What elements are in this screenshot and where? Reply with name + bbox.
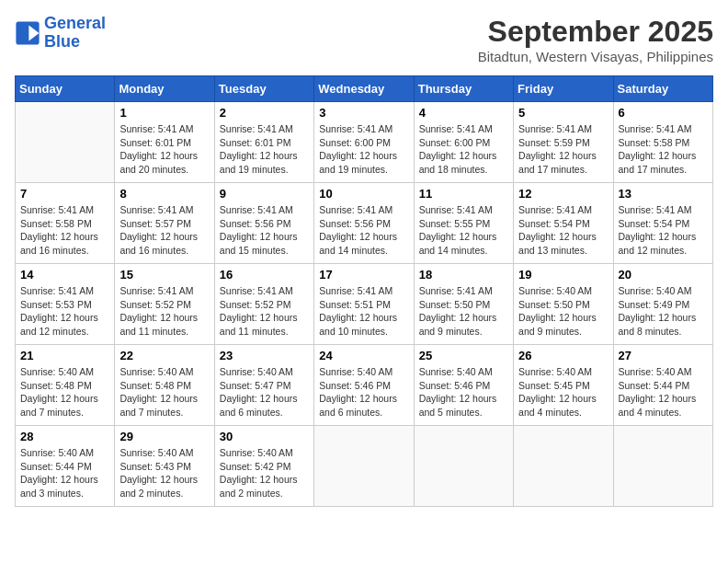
calendar-cell: 30Sunrise: 5:40 AM Sunset: 5:42 PM Dayli…: [214, 426, 313, 507]
day-number: 23: [220, 349, 309, 362]
weekday-header-wednesday: Wednesday: [314, 76, 414, 102]
day-number: 30: [220, 430, 309, 443]
calendar-week-2: 7Sunrise: 5:41 AM Sunset: 5:58 PM Daylig…: [16, 183, 713, 264]
day-info: Sunrise: 5:40 AM Sunset: 5:46 PM Dayligh…: [319, 365, 408, 419]
day-number: 5: [518, 106, 608, 120]
day-number: 22: [119, 349, 209, 362]
day-number: 26: [518, 349, 608, 362]
calendar-cell: 29Sunrise: 5:40 AM Sunset: 5:43 PM Dayli…: [115, 426, 214, 507]
day-number: 29: [119, 430, 209, 443]
day-number: 4: [419, 106, 508, 120]
calendar-cell: 24Sunrise: 5:40 AM Sunset: 5:46 PM Dayli…: [314, 345, 414, 426]
day-info: Sunrise: 5:40 AM Sunset: 5:44 PM Dayligh…: [20, 446, 109, 500]
weekday-header-sunday: Sunday: [16, 76, 115, 102]
day-info: Sunrise: 5:41 AM Sunset: 6:00 PM Dayligh…: [319, 122, 408, 177]
calendar-cell: 19Sunrise: 5:40 AM Sunset: 5:50 PM Dayli…: [514, 264, 613, 345]
day-number: 25: [419, 349, 508, 362]
day-info: Sunrise: 5:41 AM Sunset: 5:50 PM Dayligh…: [419, 284, 508, 339]
day-info: Sunrise: 5:40 AM Sunset: 5:43 PM Dayligh…: [119, 446, 209, 500]
day-info: Sunrise: 5:41 AM Sunset: 5:59 PM Dayligh…: [518, 122, 608, 177]
calendar-cell: 21Sunrise: 5:40 AM Sunset: 5:48 PM Dayli…: [16, 345, 115, 426]
calendar-cell: 2Sunrise: 5:41 AM Sunset: 6:01 PM Daylig…: [214, 102, 313, 183]
logo-icon: [15, 20, 40, 46]
day-number: 3: [319, 106, 408, 120]
weekday-header-row: SundayMondayTuesdayWednesdayThursdayFrid…: [16, 76, 713, 102]
day-info: Sunrise: 5:41 AM Sunset: 5:57 PM Dayligh…: [119, 203, 209, 258]
calendar-cell: 6Sunrise: 5:41 AM Sunset: 5:58 PM Daylig…: [613, 102, 712, 183]
day-info: Sunrise: 5:40 AM Sunset: 5:45 PM Dayligh…: [518, 365, 608, 419]
day-info: Sunrise: 5:40 AM Sunset: 5:48 PM Dayligh…: [119, 365, 209, 419]
calendar-cell: 27Sunrise: 5:40 AM Sunset: 5:44 PM Dayli…: [613, 345, 712, 426]
day-info: Sunrise: 5:40 AM Sunset: 5:44 PM Dayligh…: [619, 365, 708, 419]
day-number: 20: [619, 268, 708, 282]
day-number: 6: [619, 106, 708, 120]
calendar-week-4: 21Sunrise: 5:40 AM Sunset: 5:48 PM Dayli…: [16, 345, 713, 426]
weekday-header-monday: Monday: [115, 76, 214, 102]
month-title: September 2025: [478, 15, 713, 49]
calendar-cell: 14Sunrise: 5:41 AM Sunset: 5:53 PM Dayli…: [16, 264, 115, 345]
calendar-cell: 22Sunrise: 5:40 AM Sunset: 5:48 PM Dayli…: [115, 345, 214, 426]
day-number: 2: [220, 106, 309, 120]
weekday-header-tuesday: Tuesday: [214, 76, 313, 102]
day-number: 17: [319, 268, 408, 282]
day-info: Sunrise: 5:41 AM Sunset: 5:55 PM Dayligh…: [419, 203, 508, 258]
calendar-cell: 15Sunrise: 5:41 AM Sunset: 5:52 PM Dayli…: [115, 264, 214, 345]
day-info: Sunrise: 5:41 AM Sunset: 5:56 PM Dayligh…: [319, 203, 408, 258]
calendar-cell: 20Sunrise: 5:40 AM Sunset: 5:49 PM Dayli…: [613, 264, 712, 345]
calendar-cell: 25Sunrise: 5:40 AM Sunset: 5:46 PM Dayli…: [414, 345, 513, 426]
calendar-cell: 16Sunrise: 5:41 AM Sunset: 5:52 PM Dayli…: [214, 264, 313, 345]
calendar-cell: 10Sunrise: 5:41 AM Sunset: 5:56 PM Dayli…: [314, 183, 414, 264]
day-number: 10: [319, 187, 408, 201]
day-info: Sunrise: 5:40 AM Sunset: 5:46 PM Dayligh…: [419, 365, 508, 419]
day-info: Sunrise: 5:41 AM Sunset: 6:00 PM Dayligh…: [419, 122, 508, 177]
calendar-cell: [16, 102, 115, 183]
calendar-cell: 4Sunrise: 5:41 AM Sunset: 6:00 PM Daylig…: [414, 102, 513, 183]
calendar-week-1: 1Sunrise: 5:41 AM Sunset: 6:01 PM Daylig…: [16, 102, 713, 183]
day-info: Sunrise: 5:41 AM Sunset: 5:54 PM Dayligh…: [518, 203, 608, 258]
calendar-cell: 11Sunrise: 5:41 AM Sunset: 5:55 PM Dayli…: [414, 183, 513, 264]
calendar-cell: 12Sunrise: 5:41 AM Sunset: 5:54 PM Dayli…: [514, 183, 613, 264]
logo: General Blue: [15, 15, 106, 52]
logo-line1: General: [44, 14, 106, 32]
calendar-cell: 18Sunrise: 5:41 AM Sunset: 5:50 PM Dayli…: [414, 264, 513, 345]
day-number: 27: [619, 349, 708, 362]
day-number: 9: [220, 187, 309, 201]
day-info: Sunrise: 5:41 AM Sunset: 5:58 PM Dayligh…: [20, 203, 109, 258]
day-info: Sunrise: 5:41 AM Sunset: 5:52 PM Dayligh…: [119, 284, 209, 339]
calendar-cell: 23Sunrise: 5:40 AM Sunset: 5:47 PM Dayli…: [214, 345, 313, 426]
day-info: Sunrise: 5:40 AM Sunset: 5:47 PM Dayligh…: [220, 365, 309, 419]
calendar-cell: 3Sunrise: 5:41 AM Sunset: 6:00 PM Daylig…: [314, 102, 414, 183]
day-info: Sunrise: 5:41 AM Sunset: 5:54 PM Dayligh…: [619, 203, 708, 258]
calendar-cell: [314, 426, 414, 507]
calendar-cell: 13Sunrise: 5:41 AM Sunset: 5:54 PM Dayli…: [613, 183, 712, 264]
calendar-week-3: 14Sunrise: 5:41 AM Sunset: 5:53 PM Dayli…: [16, 264, 713, 345]
calendar-cell: 1Sunrise: 5:41 AM Sunset: 6:01 PM Daylig…: [115, 102, 214, 183]
day-info: Sunrise: 5:41 AM Sunset: 5:56 PM Dayligh…: [220, 203, 309, 258]
day-info: Sunrise: 5:40 AM Sunset: 5:42 PM Dayligh…: [220, 446, 309, 500]
day-number: 24: [319, 349, 408, 362]
day-number: 14: [20, 268, 109, 282]
day-info: Sunrise: 5:41 AM Sunset: 6:01 PM Dayligh…: [220, 122, 309, 177]
weekday-header-thursday: Thursday: [414, 76, 513, 102]
calendar-cell: 28Sunrise: 5:40 AM Sunset: 5:44 PM Dayli…: [16, 426, 115, 507]
day-number: 7: [20, 187, 109, 201]
calendar-header: SundayMondayTuesdayWednesdayThursdayFrid…: [16, 76, 713, 102]
logo-text: General Blue: [44, 15, 106, 52]
logo-line2: Blue: [44, 32, 80, 51]
day-info: Sunrise: 5:40 AM Sunset: 5:49 PM Dayligh…: [619, 284, 708, 339]
day-number: 11: [419, 187, 508, 201]
day-info: Sunrise: 5:41 AM Sunset: 5:53 PM Dayligh…: [20, 284, 109, 339]
calendar-cell: 7Sunrise: 5:41 AM Sunset: 5:58 PM Daylig…: [16, 183, 115, 264]
day-info: Sunrise: 5:40 AM Sunset: 5:50 PM Dayligh…: [518, 284, 608, 339]
calendar-cell: 5Sunrise: 5:41 AM Sunset: 5:59 PM Daylig…: [514, 102, 613, 183]
day-info: Sunrise: 5:41 AM Sunset: 5:51 PM Dayligh…: [319, 284, 408, 339]
day-number: 12: [518, 187, 608, 201]
calendar-cell: 9Sunrise: 5:41 AM Sunset: 5:56 PM Daylig…: [214, 183, 313, 264]
day-info: Sunrise: 5:41 AM Sunset: 5:52 PM Dayligh…: [220, 284, 309, 339]
day-number: 21: [20, 349, 109, 362]
calendar-cell: 17Sunrise: 5:41 AM Sunset: 5:51 PM Dayli…: [314, 264, 414, 345]
calendar-week-5: 28Sunrise: 5:40 AM Sunset: 5:44 PM Dayli…: [16, 426, 713, 507]
weekday-header-saturday: Saturday: [613, 76, 712, 102]
calendar-cell: 8Sunrise: 5:41 AM Sunset: 5:57 PM Daylig…: [115, 183, 214, 264]
day-info: Sunrise: 5:41 AM Sunset: 5:58 PM Dayligh…: [619, 122, 708, 177]
